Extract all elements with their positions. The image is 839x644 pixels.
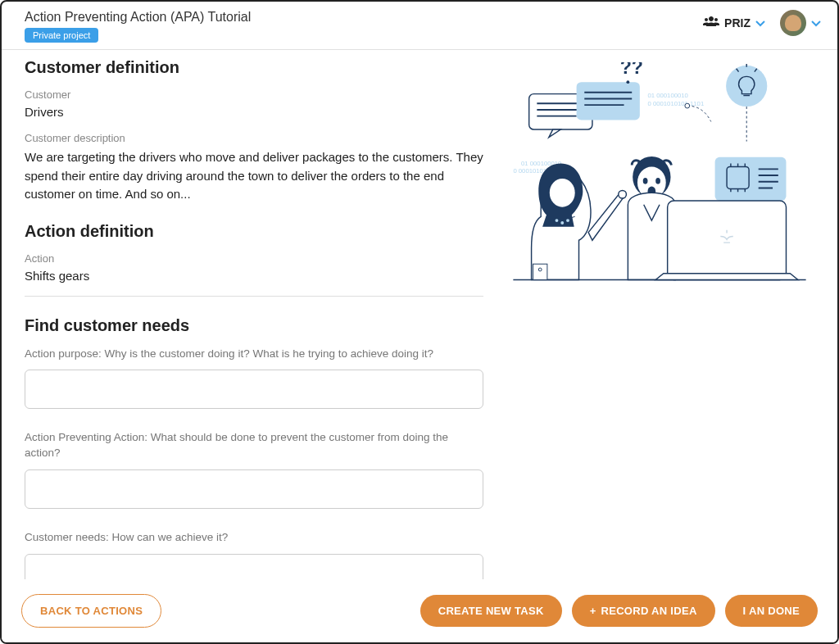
svg-point-19	[685, 103, 690, 108]
svg-point-9	[626, 80, 629, 84]
avatar	[780, 10, 806, 36]
svg-point-35	[556, 219, 559, 222]
plus-icon: +	[590, 605, 596, 617]
content-left: Customer definition Customer Drivers Cus…	[25, 58, 483, 584]
svg-point-37	[566, 219, 569, 222]
customer-description-value: We are targeting the drivers who move an…	[25, 148, 483, 204]
svg-point-36	[560, 221, 564, 224]
find-needs-heading: Find customer needs	[25, 316, 483, 335]
footer-right: CREATE NEW TASK + RECORD AN IDEA I AN DO…	[420, 595, 818, 627]
apa-input[interactable]	[25, 469, 483, 509]
done-button[interactable]: I AN DONE	[725, 595, 818, 627]
action-value: Shifts gears	[25, 269, 483, 283]
svg-rect-46	[533, 264, 547, 279]
chevron-down-icon	[811, 16, 821, 29]
action-purpose-input[interactable]	[25, 370, 483, 409]
illustration: ?? 01 000100010 0 0001010101 1101 01 000…	[508, 62, 811, 292]
footer: BACK TO ACTIONS CREATE NEW TASK + RECORD…	[2, 579, 837, 642]
apa-label: Action Preventing Action: What should be…	[25, 430, 483, 461]
action-definition-heading: Action definition	[25, 222, 483, 241]
private-project-badge: Private project	[25, 28, 98, 43]
customer-needs-label: Customer needs: How can we achieve it?	[25, 530, 483, 546]
divider	[25, 296, 483, 297]
header-left: Action Preventing Action (APA) Tutorial …	[25, 10, 251, 43]
svg-rect-4	[577, 82, 640, 120]
action-label: Action	[25, 252, 483, 265]
action-purpose-label: Action purpose: Why is the customer doin…	[25, 347, 483, 362]
svg-point-10	[726, 66, 767, 107]
team-name: PRIZ	[724, 16, 751, 29]
team-selector[interactable]: PRIZ	[703, 16, 765, 30]
header-right: PRIZ	[703, 10, 821, 36]
chevron-down-icon	[755, 16, 765, 29]
customer-definition-heading: Customer definition	[25, 58, 483, 77]
create-new-task-button[interactable]: CREATE NEW TASK	[420, 595, 562, 627]
customer-label: Customer	[25, 88, 483, 101]
record-idea-label: RECORD AN IDEA	[601, 605, 696, 617]
svg-rect-22	[715, 157, 787, 201]
content: Customer definition Customer Drivers Cus…	[2, 50, 837, 584]
svg-text:01 000100010: 01 000100010	[648, 92, 688, 99]
user-menu[interactable]	[780, 10, 821, 36]
team-icon	[703, 16, 719, 30]
svg-point-41	[643, 178, 648, 184]
customer-description-label: Customer description	[25, 132, 483, 144]
svg-text:??: ??	[620, 62, 643, 78]
page-title: Action Preventing Action (APA) Tutorial	[25, 10, 251, 25]
svg-text:0 0001010101 1101: 0 0001010101 1101	[648, 100, 705, 107]
header: Action Preventing Action (APA) Tutorial …	[2, 2, 837, 50]
illustration-panel: ?? 01 000100010 0 0001010101 1101 01 000…	[508, 58, 811, 584]
svg-point-42	[655, 178, 660, 184]
svg-point-38	[619, 190, 627, 198]
back-to-actions-button[interactable]: BACK TO ACTIONS	[21, 594, 161, 628]
svg-point-34	[550, 179, 575, 207]
record-idea-button[interactable]: + RECORD AN IDEA	[572, 595, 715, 627]
customer-value: Drivers	[25, 105, 483, 119]
